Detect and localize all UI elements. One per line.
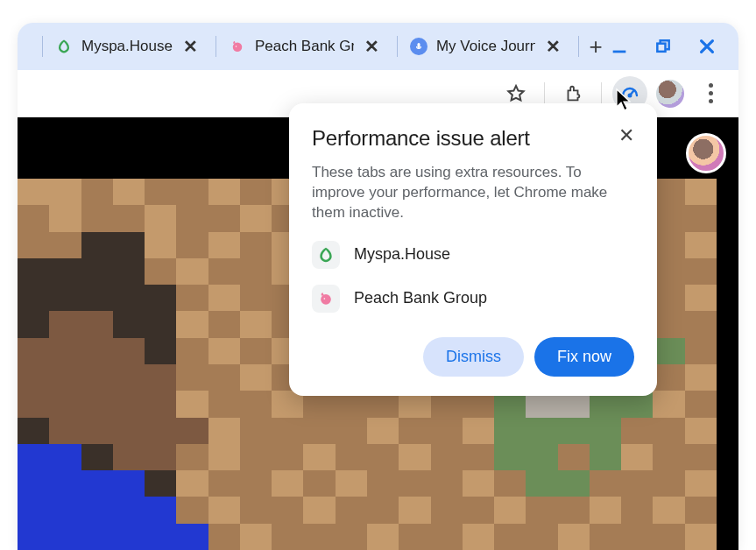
site-row: Myspa.House [312,241,634,269]
kebab-icon [709,83,713,103]
tab-peach-bank[interactable]: Peach Bank Gr ✕ [223,30,390,63]
svg-point-1 [236,46,237,47]
participant-avatar[interactable] [686,133,726,173]
svg-point-0 [233,43,243,53]
chrome-menu-button[interactable] [693,76,728,111]
profile-avatar-button[interactable] [653,76,688,111]
site-name: Myspa.House [354,245,450,264]
fix-now-button[interactable]: Fix now [534,337,634,377]
popup-close-button[interactable]: ✕ [618,126,634,145]
window-controls [605,32,731,60]
dismiss-button[interactable]: Dismiss [423,337,524,377]
toolbar-separator [601,82,602,105]
piggy-icon [229,38,246,55]
svg-rect-4 [657,44,665,52]
close-icon[interactable]: ✕ [181,38,200,55]
close-window-button[interactable] [693,32,721,60]
tab-voice-journal[interactable]: My Voice Journ ✕ [405,30,571,63]
leaf-icon [55,38,73,55]
tab-separator [215,36,216,57]
close-icon[interactable]: ✕ [363,38,381,55]
popup-title: Performance issue alert [312,126,530,151]
popup-description: These tabs are using extra resources. To… [312,163,634,223]
tab-myspa[interactable]: Myspa.House ✕ [50,30,208,63]
performance-alert-popup: Performance issue alert ✕ These tabs are… [289,103,657,396]
site-name: Peach Bank Group [354,289,487,307]
new-tab-button[interactable]: + [586,31,605,62]
svg-point-6 [321,294,331,305]
site-row: Peach Bank Group [312,285,634,313]
svg-rect-2 [417,43,420,48]
piggy-icon [312,285,340,313]
tab-strip: Myspa.House ✕ Peach Bank Gr ✕ My Voice J… [18,23,738,70]
maximize-button[interactable] [649,32,677,60]
toolbar-separator [544,82,545,105]
tab-label: Peach Bank Gr [255,38,354,55]
tab-separator [42,36,43,57]
popup-actions: Dismiss Fix now [312,337,634,377]
svg-point-7 [324,298,326,300]
tab-separator [397,36,398,57]
avatar [656,80,684,108]
tab-label: Myspa.House [81,38,173,55]
minimize-button[interactable] [605,32,633,60]
close-icon[interactable]: ✕ [544,38,562,55]
tab-separator [578,36,579,57]
leaf-icon [312,241,340,269]
tab-label: My Voice Journ [436,38,535,55]
svg-rect-3 [613,51,626,53]
mic-icon [410,38,427,55]
svg-point-5 [629,94,632,96]
